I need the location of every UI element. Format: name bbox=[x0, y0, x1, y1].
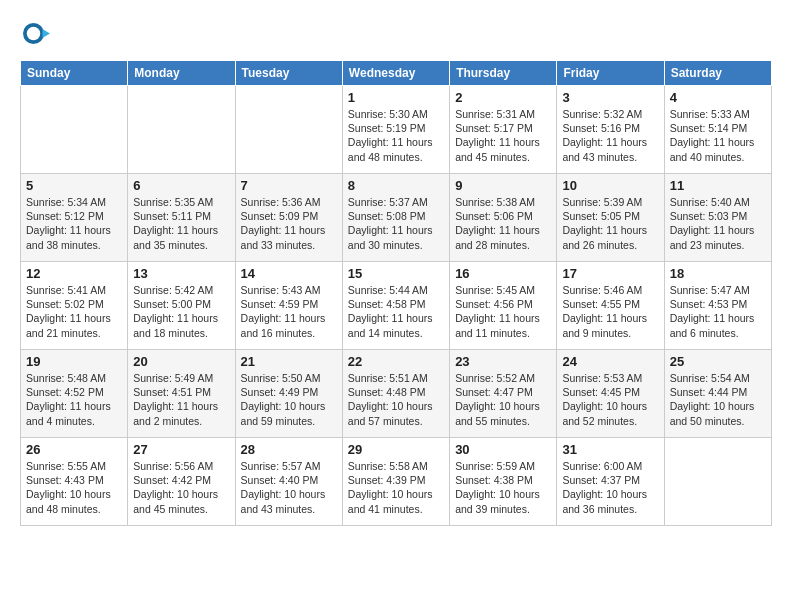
calendar-cell: 3Sunrise: 5:32 AMSunset: 5:16 PMDaylight… bbox=[557, 86, 664, 174]
cell-info-text: Sunrise: 5:46 AMSunset: 4:55 PMDaylight:… bbox=[562, 283, 658, 340]
cell-info-text: Sunrise: 5:45 AMSunset: 4:56 PMDaylight:… bbox=[455, 283, 551, 340]
calendar-cell: 13Sunrise: 5:42 AMSunset: 5:00 PMDayligh… bbox=[128, 262, 235, 350]
calendar-cell: 9Sunrise: 5:38 AMSunset: 5:06 PMDaylight… bbox=[450, 174, 557, 262]
cell-info-text: Sunrise: 5:51 AMSunset: 4:48 PMDaylight:… bbox=[348, 371, 444, 428]
page-header bbox=[20, 20, 772, 50]
calendar-cell: 6Sunrise: 5:35 AMSunset: 5:11 PMDaylight… bbox=[128, 174, 235, 262]
cell-info-text: Sunrise: 5:32 AMSunset: 5:16 PMDaylight:… bbox=[562, 107, 658, 164]
calendar-cell: 22Sunrise: 5:51 AMSunset: 4:48 PMDayligh… bbox=[342, 350, 449, 438]
calendar-header-saturday: Saturday bbox=[664, 61, 771, 86]
calendar-cell: 25Sunrise: 5:54 AMSunset: 4:44 PMDayligh… bbox=[664, 350, 771, 438]
cell-info-text: Sunrise: 5:38 AMSunset: 5:06 PMDaylight:… bbox=[455, 195, 551, 252]
cell-day-number: 7 bbox=[241, 178, 337, 193]
calendar-cell: 23Sunrise: 5:52 AMSunset: 4:47 PMDayligh… bbox=[450, 350, 557, 438]
cell-day-number: 22 bbox=[348, 354, 444, 369]
calendar-cell: 21Sunrise: 5:50 AMSunset: 4:49 PMDayligh… bbox=[235, 350, 342, 438]
calendar-cell: 26Sunrise: 5:55 AMSunset: 4:43 PMDayligh… bbox=[21, 438, 128, 526]
cell-info-text: Sunrise: 5:58 AMSunset: 4:39 PMDaylight:… bbox=[348, 459, 444, 516]
calendar-cell: 1Sunrise: 5:30 AMSunset: 5:19 PMDaylight… bbox=[342, 86, 449, 174]
calendar-cell bbox=[664, 438, 771, 526]
calendar-cell: 11Sunrise: 5:40 AMSunset: 5:03 PMDayligh… bbox=[664, 174, 771, 262]
cell-info-text: Sunrise: 5:44 AMSunset: 4:58 PMDaylight:… bbox=[348, 283, 444, 340]
cell-day-number: 2 bbox=[455, 90, 551, 105]
cell-day-number: 3 bbox=[562, 90, 658, 105]
calendar-cell: 24Sunrise: 5:53 AMSunset: 4:45 PMDayligh… bbox=[557, 350, 664, 438]
cell-day-number: 5 bbox=[26, 178, 122, 193]
cell-info-text: Sunrise: 5:59 AMSunset: 4:38 PMDaylight:… bbox=[455, 459, 551, 516]
cell-day-number: 19 bbox=[26, 354, 122, 369]
calendar-cell: 8Sunrise: 5:37 AMSunset: 5:08 PMDaylight… bbox=[342, 174, 449, 262]
cell-day-number: 11 bbox=[670, 178, 766, 193]
cell-info-text: Sunrise: 5:30 AMSunset: 5:19 PMDaylight:… bbox=[348, 107, 444, 164]
cell-info-text: Sunrise: 5:48 AMSunset: 4:52 PMDaylight:… bbox=[26, 371, 122, 428]
cell-info-text: Sunrise: 5:36 AMSunset: 5:09 PMDaylight:… bbox=[241, 195, 337, 252]
cell-day-number: 30 bbox=[455, 442, 551, 457]
calendar-cell: 16Sunrise: 5:45 AMSunset: 4:56 PMDayligh… bbox=[450, 262, 557, 350]
calendar-week-row: 19Sunrise: 5:48 AMSunset: 4:52 PMDayligh… bbox=[21, 350, 772, 438]
calendar-header-row: SundayMondayTuesdayWednesdayThursdayFrid… bbox=[21, 61, 772, 86]
cell-info-text: Sunrise: 5:35 AMSunset: 5:11 PMDaylight:… bbox=[133, 195, 229, 252]
calendar-cell: 4Sunrise: 5:33 AMSunset: 5:14 PMDaylight… bbox=[664, 86, 771, 174]
cell-info-text: Sunrise: 5:55 AMSunset: 4:43 PMDaylight:… bbox=[26, 459, 122, 516]
cell-day-number: 23 bbox=[455, 354, 551, 369]
calendar-header-thursday: Thursday bbox=[450, 61, 557, 86]
calendar-header-monday: Monday bbox=[128, 61, 235, 86]
cell-info-text: Sunrise: 5:39 AMSunset: 5:05 PMDaylight:… bbox=[562, 195, 658, 252]
cell-day-number: 8 bbox=[348, 178, 444, 193]
cell-info-text: Sunrise: 5:52 AMSunset: 4:47 PMDaylight:… bbox=[455, 371, 551, 428]
calendar-cell: 20Sunrise: 5:49 AMSunset: 4:51 PMDayligh… bbox=[128, 350, 235, 438]
cell-day-number: 15 bbox=[348, 266, 444, 281]
cell-info-text: Sunrise: 5:37 AMSunset: 5:08 PMDaylight:… bbox=[348, 195, 444, 252]
calendar-cell: 31Sunrise: 6:00 AMSunset: 4:37 PMDayligh… bbox=[557, 438, 664, 526]
cell-day-number: 31 bbox=[562, 442, 658, 457]
cell-day-number: 4 bbox=[670, 90, 766, 105]
calendar-header-sunday: Sunday bbox=[21, 61, 128, 86]
calendar-header-tuesday: Tuesday bbox=[235, 61, 342, 86]
svg-point-2 bbox=[27, 27, 41, 41]
cell-day-number: 12 bbox=[26, 266, 122, 281]
cell-info-text: Sunrise: 5:47 AMSunset: 4:53 PMDaylight:… bbox=[670, 283, 766, 340]
cell-day-number: 1 bbox=[348, 90, 444, 105]
cell-day-number: 25 bbox=[670, 354, 766, 369]
calendar-cell: 15Sunrise: 5:44 AMSunset: 4:58 PMDayligh… bbox=[342, 262, 449, 350]
calendar-cell bbox=[128, 86, 235, 174]
cell-day-number: 17 bbox=[562, 266, 658, 281]
cell-info-text: Sunrise: 5:57 AMSunset: 4:40 PMDaylight:… bbox=[241, 459, 337, 516]
cell-day-number: 20 bbox=[133, 354, 229, 369]
cell-info-text: Sunrise: 5:49 AMSunset: 4:51 PMDaylight:… bbox=[133, 371, 229, 428]
cell-day-number: 9 bbox=[455, 178, 551, 193]
calendar-cell: 18Sunrise: 5:47 AMSunset: 4:53 PMDayligh… bbox=[664, 262, 771, 350]
calendar-cell: 12Sunrise: 5:41 AMSunset: 5:02 PMDayligh… bbox=[21, 262, 128, 350]
calendar-week-row: 1Sunrise: 5:30 AMSunset: 5:19 PMDaylight… bbox=[21, 86, 772, 174]
calendar-week-row: 12Sunrise: 5:41 AMSunset: 5:02 PMDayligh… bbox=[21, 262, 772, 350]
svg-marker-1 bbox=[43, 29, 51, 38]
cell-info-text: Sunrise: 5:56 AMSunset: 4:42 PMDaylight:… bbox=[133, 459, 229, 516]
cell-info-text: Sunrise: 5:40 AMSunset: 5:03 PMDaylight:… bbox=[670, 195, 766, 252]
cell-day-number: 14 bbox=[241, 266, 337, 281]
cell-day-number: 18 bbox=[670, 266, 766, 281]
calendar-cell: 14Sunrise: 5:43 AMSunset: 4:59 PMDayligh… bbox=[235, 262, 342, 350]
cell-info-text: Sunrise: 5:42 AMSunset: 5:00 PMDaylight:… bbox=[133, 283, 229, 340]
cell-day-number: 16 bbox=[455, 266, 551, 281]
cell-day-number: 29 bbox=[348, 442, 444, 457]
calendar-cell bbox=[235, 86, 342, 174]
calendar-cell: 5Sunrise: 5:34 AMSunset: 5:12 PMDaylight… bbox=[21, 174, 128, 262]
cell-day-number: 21 bbox=[241, 354, 337, 369]
cell-info-text: Sunrise: 5:43 AMSunset: 4:59 PMDaylight:… bbox=[241, 283, 337, 340]
cell-info-text: Sunrise: 5:33 AMSunset: 5:14 PMDaylight:… bbox=[670, 107, 766, 164]
cell-day-number: 24 bbox=[562, 354, 658, 369]
cell-info-text: Sunrise: 5:50 AMSunset: 4:49 PMDaylight:… bbox=[241, 371, 337, 428]
calendar-header-wednesday: Wednesday bbox=[342, 61, 449, 86]
calendar-week-row: 5Sunrise: 5:34 AMSunset: 5:12 PMDaylight… bbox=[21, 174, 772, 262]
cell-info-text: Sunrise: 5:53 AMSunset: 4:45 PMDaylight:… bbox=[562, 371, 658, 428]
cell-day-number: 13 bbox=[133, 266, 229, 281]
calendar-cell: 30Sunrise: 5:59 AMSunset: 4:38 PMDayligh… bbox=[450, 438, 557, 526]
cell-info-text: Sunrise: 5:54 AMSunset: 4:44 PMDaylight:… bbox=[670, 371, 766, 428]
calendar-cell bbox=[21, 86, 128, 174]
cell-info-text: Sunrise: 5:34 AMSunset: 5:12 PMDaylight:… bbox=[26, 195, 122, 252]
calendar-cell: 29Sunrise: 5:58 AMSunset: 4:39 PMDayligh… bbox=[342, 438, 449, 526]
calendar-cell: 28Sunrise: 5:57 AMSunset: 4:40 PMDayligh… bbox=[235, 438, 342, 526]
cell-day-number: 27 bbox=[133, 442, 229, 457]
cell-day-number: 28 bbox=[241, 442, 337, 457]
logo-icon bbox=[20, 20, 50, 50]
